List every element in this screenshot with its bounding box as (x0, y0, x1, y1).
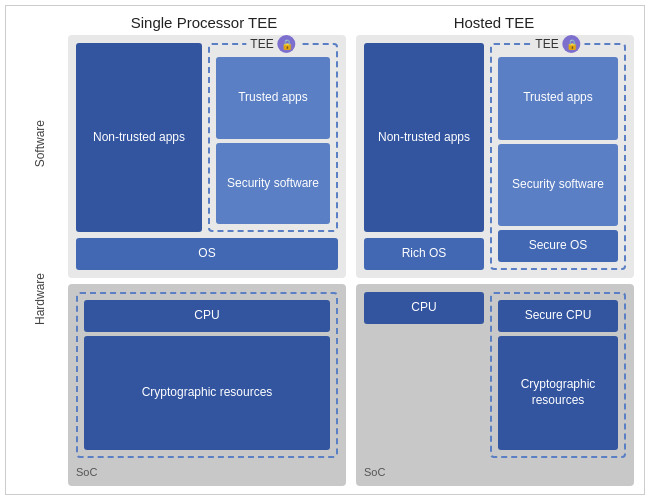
left-non-trusted-apps: Non-trusted apps (76, 43, 202, 232)
left-os: OS (76, 238, 338, 270)
title-right: Hosted TEE (354, 14, 634, 31)
left-trusted-apps: Trusted apps (216, 57, 330, 139)
left-soc-label: SoC (76, 466, 338, 478)
right-soc-label: SoC (364, 466, 626, 478)
diagram-container: Single Processor TEE Hosted TEE Software… (5, 5, 645, 495)
title-left: Single Processor TEE (64, 14, 344, 31)
right-tee-label: TEE 🔒 (531, 35, 584, 53)
software-label: Software (29, 116, 51, 171)
right-cpu: CPU (364, 292, 484, 324)
left-tee-label: TEE 🔒 (246, 35, 299, 53)
right-lock-icon: 🔒 (563, 35, 581, 53)
right-security-software: Security software (498, 144, 618, 227)
left-cpu: CPU (84, 300, 330, 332)
left-lock-icon: 🔒 (278, 35, 296, 53)
hardware-label: Hardware (29, 269, 51, 329)
left-crypto: Cryptographic resources (84, 336, 330, 450)
right-rich-os: Rich OS (364, 238, 484, 270)
right-crypto: Cryptographic resources (498, 336, 618, 450)
right-secure-cpu: Secure CPU (498, 300, 618, 332)
right-secure-os: Secure OS (498, 230, 618, 262)
left-security-software: Security software (216, 143, 330, 225)
right-trusted-apps: Trusted apps (498, 57, 618, 140)
right-non-trusted-apps: Non-trusted apps (364, 43, 484, 232)
